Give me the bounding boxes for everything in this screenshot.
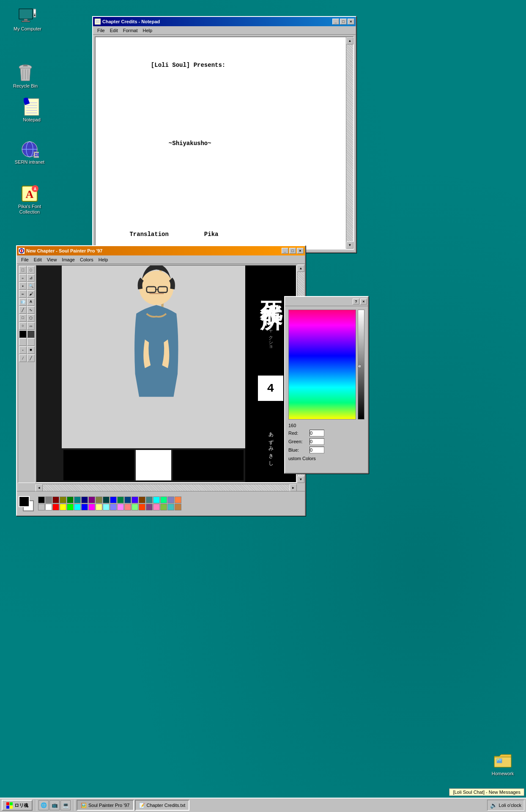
color-lime[interactable] bbox=[67, 504, 74, 510]
taskbar-paint-app[interactable]: 🖼️ Soul Painter Pro '97 bbox=[77, 800, 134, 811]
color-purple[interactable] bbox=[88, 497, 95, 503]
color-maroon[interactable] bbox=[52, 497, 59, 503]
notepad-desktop-icon[interactable]: Notepad bbox=[13, 95, 51, 124]
paint-menu-edit[interactable]: Edit bbox=[31, 256, 44, 263]
tool-select-rect[interactable]: ⬚ bbox=[19, 266, 27, 274]
color-brightness-slider[interactable] bbox=[358, 310, 364, 420]
green-input[interactable] bbox=[310, 438, 324, 445]
color-navy[interactable] bbox=[81, 497, 88, 503]
color-lightgreen[interactable] bbox=[132, 504, 138, 510]
color-tan[interactable] bbox=[175, 504, 181, 510]
tool-line2[interactable]: ╱ bbox=[27, 354, 35, 362]
color-hotpink[interactable] bbox=[153, 504, 160, 510]
color-turquoise[interactable] bbox=[167, 504, 174, 510]
paint-menu-file[interactable]: File bbox=[19, 256, 31, 263]
tool-round-rect[interactable]: ▭ bbox=[27, 322, 35, 330]
color-red[interactable] bbox=[52, 504, 59, 510]
color-lightcyan[interactable] bbox=[103, 504, 110, 510]
color-magenta[interactable] bbox=[88, 504, 95, 510]
tool-dot1[interactable] bbox=[19, 330, 27, 338]
color-gradient[interactable] bbox=[288, 310, 356, 420]
tool-text[interactable]: A bbox=[27, 298, 35, 306]
color-blue2[interactable] bbox=[81, 504, 88, 510]
color-plum[interactable] bbox=[146, 504, 153, 510]
color-brown[interactable] bbox=[139, 497, 145, 503]
notepad-scrollbar[interactable]: ▲ ▼ bbox=[346, 37, 353, 249]
tool-line1[interactable]: ╱ bbox=[19, 354, 27, 362]
notepad-menu-edit[interactable]: Edit bbox=[107, 27, 121, 34]
tool-dot4[interactable] bbox=[27, 338, 35, 346]
paint-menu-colors[interactable]: Colors bbox=[77, 256, 96, 263]
color-orangered[interactable] bbox=[139, 504, 145, 510]
scrollbar-up-btn[interactable]: ▲ bbox=[346, 37, 353, 44]
notepad-menu-help[interactable]: Help bbox=[140, 27, 155, 34]
my-computer-icon[interactable]: My Computer bbox=[8, 4, 47, 33]
color-olive2[interactable] bbox=[96, 497, 102, 503]
paint-menu-image[interactable]: Image bbox=[59, 256, 77, 263]
paint-minimize-btn[interactable]: _ bbox=[282, 248, 288, 254]
notepad-menu-format[interactable]: Format bbox=[121, 27, 140, 34]
scrollbar-down-btn[interactable]: ▼ bbox=[346, 241, 353, 249]
tool-rect[interactable]: □ bbox=[19, 314, 27, 322]
paint-scroll-track-h[interactable] bbox=[43, 484, 290, 491]
color-silver[interactable] bbox=[38, 504, 45, 510]
color-lightyellow[interactable] bbox=[96, 504, 102, 510]
notepad-text[interactable]: [Loli Soul] Presents: ~Shiyakusho~ Trans… bbox=[96, 37, 346, 249]
tool-line[interactable]: ╱ bbox=[19, 306, 27, 314]
color-picker-question[interactable]: ? bbox=[353, 299, 359, 304]
tool-polygon[interactable]: ⬠ bbox=[27, 314, 35, 322]
quick-launch-btn-2[interactable]: 📺 bbox=[49, 800, 60, 810]
paint-scroll-down[interactable]: ▼ bbox=[297, 476, 304, 483]
color-orange[interactable] bbox=[175, 497, 181, 503]
notepad-minimize-btn[interactable]: _ bbox=[332, 19, 339, 25]
notepad-menu-file[interactable]: File bbox=[95, 27, 107, 34]
color-periwinkle2[interactable] bbox=[110, 504, 117, 510]
paint-scroll-up[interactable]: ▲ bbox=[297, 265, 304, 272]
paint-menu-view[interactable]: View bbox=[44, 256, 60, 263]
color-olive[interactable] bbox=[60, 497, 66, 503]
paint-scroll-right[interactable]: ► bbox=[290, 484, 297, 491]
color-mintgreen[interactable] bbox=[160, 497, 167, 503]
color-yellow[interactable] bbox=[60, 504, 66, 510]
tool-eraser[interactable]: ✏ bbox=[19, 274, 27, 282]
color-darkteal[interactable] bbox=[103, 497, 110, 503]
tray-volume-icon[interactable]: 🔊 bbox=[490, 802, 497, 809]
blue-input[interactable] bbox=[310, 447, 324, 453]
color-blue[interactable] bbox=[110, 497, 117, 503]
color-green[interactable] bbox=[67, 497, 74, 503]
color-aqua[interactable] bbox=[74, 504, 81, 510]
color-teal[interactable] bbox=[74, 497, 81, 503]
color-white[interactable] bbox=[45, 504, 52, 510]
color-salmon[interactable] bbox=[124, 504, 131, 510]
color-yellowgreen[interactable] bbox=[160, 504, 167, 510]
paint-fg-color[interactable] bbox=[19, 496, 30, 507]
taskbar-notepad-app[interactable]: 📝 Chapter Credits.txt bbox=[135, 800, 190, 811]
tool-airbrush[interactable]: 💨 bbox=[19, 298, 27, 306]
color-steelteal[interactable] bbox=[146, 497, 153, 503]
color-cyan[interactable] bbox=[153, 497, 160, 503]
color-green2[interactable] bbox=[117, 497, 124, 503]
color-pink[interactable] bbox=[117, 504, 124, 510]
color-picker-close[interactable]: × bbox=[360, 299, 367, 304]
color-darkblue[interactable] bbox=[124, 497, 131, 503]
brightness-handle[interactable] bbox=[357, 365, 366, 368]
homework-icon[interactable]: Homework bbox=[484, 749, 522, 778]
paint-scrollbar-h[interactable]: ◄ ► bbox=[36, 484, 297, 491]
red-input[interactable] bbox=[310, 430, 324, 436]
tool-sz1[interactable]: ▪ bbox=[19, 346, 27, 354]
chat-notification[interactable]: [Loli Soul Chat] - New Messages bbox=[449, 788, 524, 796]
paint-menu-help[interactable]: Help bbox=[96, 256, 111, 263]
paint-close-btn[interactable]: × bbox=[297, 248, 304, 254]
color-periwinkle[interactable] bbox=[167, 497, 174, 503]
sern-intranet-icon[interactable]: IE SERN intranet bbox=[11, 137, 49, 167]
paint-scroll-left[interactable]: ◄ bbox=[36, 484, 43, 491]
notepad-maximize-btn[interactable]: □ bbox=[340, 19, 347, 25]
color-gray[interactable] bbox=[45, 497, 52, 503]
scrollbar-track[interactable] bbox=[346, 44, 353, 241]
font-collection-icon[interactable]: A A Pika's Font Collection bbox=[11, 182, 49, 217]
tool-eyedropper[interactable]: ✦ bbox=[19, 282, 27, 290]
tool-curve[interactable]: ∿ bbox=[27, 306, 35, 314]
quick-launch-btn-1[interactable]: 🌐 bbox=[38, 800, 49, 810]
color-violet[interactable] bbox=[132, 497, 138, 503]
tool-magnify[interactable]: 🔍 bbox=[27, 282, 35, 290]
